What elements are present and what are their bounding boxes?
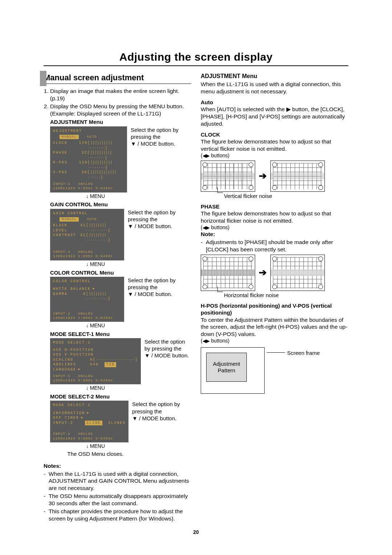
right-triangle-icon <box>206 338 210 344</box>
section-heading: Manual screen adjustment <box>44 73 191 83</box>
osd-gain: GAIN CONTROL MANUAL AUTO BLACK LEVEL31||… <box>50 209 124 260</box>
osd-mode1: MODE SELECT-1 OSD H-POSITION OSD V-POSIT… <box>50 338 141 384</box>
phase-note: Adjustments to [PHASE] should be made on… <box>201 239 348 253</box>
big-arrow-icon: ➔ <box>259 170 267 182</box>
notes-list: When the LL-171G is used with a digital … <box>44 470 191 522</box>
adjustment-menu-label: ADJUSTMENT Menu <box>50 118 191 125</box>
section-rule <box>44 84 191 84</box>
phase-figure: ➔ <box>201 255 348 291</box>
gain-menu-label: GAIN CONTROL Menu <box>50 201 191 208</box>
down-triangle-icon <box>128 291 133 297</box>
notes-heading: Notes: <box>44 462 191 470</box>
title-rule <box>44 65 348 66</box>
osd-mode2: MODE SELECT-2 INFORMATION ▶ OFF TIMER ▶ … <box>50 401 128 442</box>
down-triangle-icon <box>132 415 138 421</box>
left-triangle-icon <box>203 338 206 344</box>
note-item: When the LL-171G is used with a digital … <box>44 470 191 492</box>
clock-heading: CLOCK <box>201 131 348 138</box>
menu-arrow: MENU <box>50 193 141 200</box>
screen-frame-box: Adjustment Pattern <box>201 347 265 394</box>
clock-before <box>201 161 255 192</box>
frame-figure: Adjustment Pattern Screen frame <box>201 347 348 394</box>
side-tab <box>40 71 46 86</box>
down-triangle-icon <box>128 223 133 229</box>
note-item: The OSD Menu automatically disappears ap… <box>44 493 191 507</box>
auto-text: When [AUTO] is selected with the button,… <box>201 106 348 127</box>
mode2-menu-label: MODE SELECT-2 Menu <box>50 393 191 400</box>
adjustment-heading: ADJUSTMENT Menu <box>201 73 348 80</box>
right-triangle-icon <box>286 106 291 112</box>
left-triangle-icon <box>203 225 206 230</box>
adjustment-pattern-box: Adjustment Pattern <box>206 353 247 382</box>
left-column: Manual screen adjustment Display an imag… <box>44 73 191 523</box>
right-triangle-icon <box>206 153 210 158</box>
adjustment-text: When the LL-171G is used with a digital … <box>201 81 348 95</box>
arrow-down-icon <box>86 261 89 267</box>
clock-text: The figure below demonstrates how to adj… <box>201 138 348 153</box>
right-column: ADJUSTMENT Menu When the LL-171G is used… <box>201 73 348 523</box>
big-arrow-icon: ➔ <box>259 267 267 279</box>
lr-buttons-label: ( buttons) <box>201 153 348 159</box>
arrow-down-icon <box>86 385 89 391</box>
side-text: Select the option by pressing the / MODE… <box>131 126 191 147</box>
note-label: Note: <box>201 231 348 238</box>
left-triangle-icon <box>203 153 206 158</box>
phase-caption: Horizontal flicker noise <box>224 292 348 299</box>
phase-note-list: Adjustments to [PHASE] should be made on… <box>201 239 348 253</box>
lr-buttons-label: ( buttons) <box>201 224 348 231</box>
steps-list: Display an image that makes the entire s… <box>44 88 191 117</box>
down-triangle-icon <box>144 352 150 358</box>
note-item: This chapter provides the procedure how … <box>44 508 191 522</box>
screen-frame-label: Screen frame <box>287 349 320 356</box>
phase-before <box>201 255 255 291</box>
phase-heading: PHASE <box>201 203 348 210</box>
tab-manual: MANUAL <box>60 135 79 139</box>
mode1-menu-label: MODE SELECT-1 Menu <box>50 331 191 337</box>
osd-color: COLOR CONTROL WHITE BALANCE ▶ GAMMA0||||… <box>50 277 124 322</box>
example-line: (Example: Displayed screen of the LL-171… <box>50 110 161 117</box>
phase-after <box>270 255 325 291</box>
tab-auto: AUTO <box>87 135 97 139</box>
arrow-down-icon <box>86 193 89 199</box>
clock-after <box>270 161 325 192</box>
arrow-down-icon <box>86 443 89 449</box>
clock-caption: Vertical flicker noise <box>224 193 348 199</box>
auto-heading: Auto <box>201 99 348 106</box>
hpos-heading: H-POS (horizontal positioning) and V-POS… <box>201 302 348 316</box>
color-menu-label: COLOR CONTROL Menu <box>50 269 191 276</box>
page-title: Adjusting the screen display <box>44 51 348 63</box>
hpos-text: To center the Adjustment Pattern within … <box>201 316 348 338</box>
arrow-down-icon <box>86 323 89 328</box>
osd-closes-text: The OSD Menu closes. <box>50 450 141 457</box>
leader-line <box>267 352 285 353</box>
step-2: Display the OSD Menu by pressing the MEN… <box>50 103 191 117</box>
page-number: 20 <box>44 529 348 535</box>
lr-buttons-label: ( buttons) <box>201 338 348 344</box>
osd-adjustment: ADJUSTMENT MANUAL AUTO CLOCK128|||||||||… <box>50 126 127 193</box>
clock-figure: ➔ <box>201 161 348 192</box>
down-triangle-icon <box>131 141 136 147</box>
phase-text: The figure below demonstrates how to adj… <box>201 210 348 224</box>
step-1: Display an image that makes the entire s… <box>50 88 191 102</box>
right-triangle-icon <box>206 225 210 230</box>
